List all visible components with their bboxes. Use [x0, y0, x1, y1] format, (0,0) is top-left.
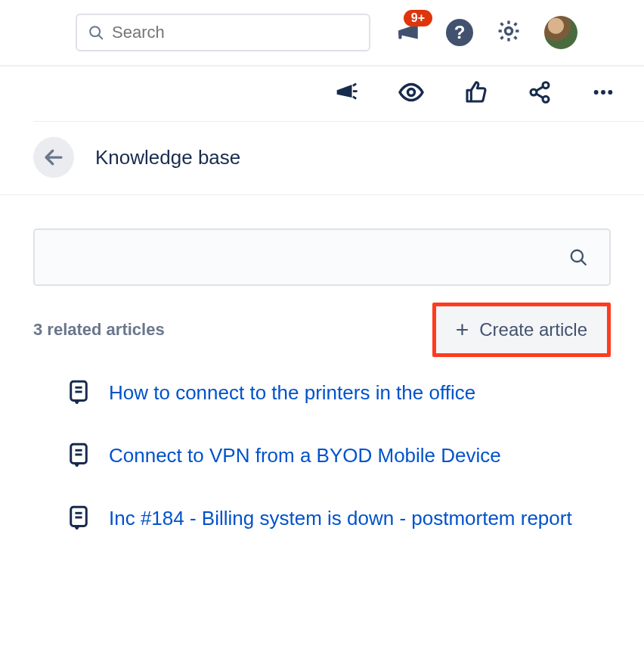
gear-icon	[496, 18, 522, 44]
related-count-label: 3 related articles	[33, 320, 165, 340]
global-search[interactable]	[76, 14, 370, 51]
svg-line-11	[536, 87, 543, 91]
announce-button[interactable]	[333, 79, 358, 108]
knowledge-base-panel: 3 related articles + Create article How …	[0, 195, 644, 533]
global-search-input[interactable]	[112, 23, 358, 42]
search-icon	[568, 247, 588, 267]
topbar-actions: 9+ ?	[393, 16, 577, 49]
megaphone-icon	[333, 79, 358, 105]
svg-point-3	[505, 27, 512, 34]
svg-point-10	[543, 96, 549, 102]
page-title: Knowledge base	[95, 146, 240, 169]
article-icon	[68, 380, 89, 404]
help-icon: ?	[454, 22, 466, 43]
create-article-button[interactable]: + Create article	[432, 303, 611, 357]
list-item: Connect to VPN from a BYOD Mobile Device	[68, 441, 611, 470]
share-button[interactable]	[528, 80, 552, 107]
svg-point-7	[408, 89, 415, 96]
article-link[interactable]: Connect to VPN from a BYOD Mobile Device	[109, 441, 501, 470]
article-link[interactable]: How to connect to the printers in the of…	[109, 378, 475, 408]
page-actions	[33, 67, 644, 122]
svg-point-9	[531, 89, 537, 95]
arrow-left-icon	[42, 146, 65, 169]
plus-icon: +	[456, 318, 469, 341]
watch-button[interactable]	[398, 79, 425, 109]
svg-line-18	[581, 260, 585, 264]
svg-rect-2	[398, 30, 401, 39]
search-icon	[88, 24, 104, 41]
svg-line-1	[99, 36, 103, 39]
notification-count-badge: 9+	[404, 10, 432, 26]
breadcrumb: Knowledge base	[0, 122, 644, 195]
create-article-label: Create article	[479, 319, 587, 340]
svg-point-15	[608, 90, 612, 95]
list-item: Inc #184 - Billing system is down - post…	[68, 504, 611, 533]
share-icon	[528, 80, 552, 104]
svg-point-13	[594, 90, 599, 95]
article-icon	[68, 442, 89, 467]
user-avatar[interactable]	[544, 16, 577, 49]
articles-list: How to connect to the printers in the of…	[33, 378, 611, 533]
list-item: How to connect to the printers in the of…	[68, 378, 611, 408]
related-articles-header: 3 related articles + Create article	[33, 303, 611, 357]
svg-point-14	[601, 90, 605, 95]
more-horizontal-icon	[591, 80, 615, 104]
eye-icon	[398, 79, 425, 106]
svg-line-12	[536, 94, 543, 98]
settings-button[interactable]	[496, 18, 522, 47]
svg-point-8	[543, 82, 549, 88]
help-button[interactable]: ?	[446, 19, 473, 46]
kb-search-box[interactable]	[33, 228, 611, 286]
svg-line-6	[353, 97, 356, 99]
article-link[interactable]: Inc #184 - Billing system is down - post…	[109, 504, 572, 533]
svg-line-4	[353, 84, 356, 86]
thumbs-up-icon	[464, 80, 488, 104]
notifications-button[interactable]: 9+	[393, 17, 423, 48]
top-navigation: 9+ ?	[0, 0, 644, 67]
article-icon	[68, 505, 89, 529]
like-button[interactable]	[464, 80, 488, 107]
back-button[interactable]	[33, 137, 74, 178]
more-actions-button[interactable]	[591, 80, 615, 107]
